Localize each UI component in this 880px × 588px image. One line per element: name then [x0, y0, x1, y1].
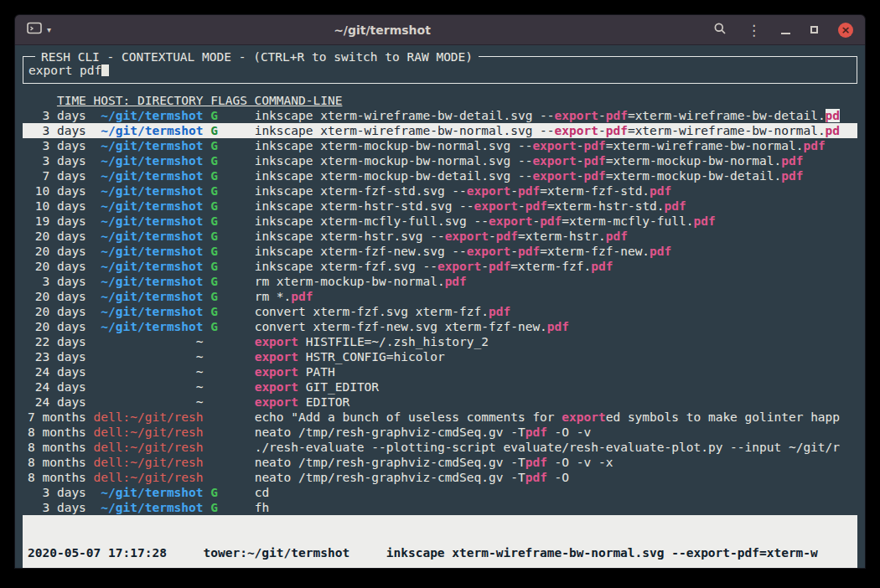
row-command: cd	[255, 486, 269, 499]
row-command: inkscape xterm-wireframe-bw-normal.svg -…	[255, 124, 840, 137]
restore-icon[interactable]	[810, 26, 818, 34]
row-host: dell:~/git/resh	[94, 471, 204, 484]
row-time: 22 days	[28, 335, 86, 348]
row-command: inkscape xterm-hstr-std.svg --export-pdf…	[255, 199, 686, 213]
history-row[interactable]: 8 months dell:~/git/resh neato /tmp/resh…	[28, 470, 852, 485]
history-row[interactable]: 24 days ~ export EDITOR	[28, 395, 852, 410]
search-box[interactable]: RESH CLI - CONTEXTUAL MODE - (CTRL+R to …	[23, 56, 857, 84]
history-row[interactable]: 19 days ~/git/termshot G inkscape xterm-…	[28, 214, 852, 229]
row-flags: G	[210, 260, 247, 273]
command-segment: pdf	[525, 199, 547, 213]
search-icon[interactable]	[713, 22, 727, 39]
history-row[interactable]: 7 months dell:~/git/resh echo "Add a bun…	[28, 410, 852, 425]
command-segment: pdf	[518, 184, 540, 198]
row-time: 10 days	[28, 199, 86, 213]
history-row[interactable]: 8 months dell:~/git/resh neato /tmp/resh…	[28, 425, 852, 440]
history-row[interactable]: 20 days ~/git/termshot G rm *.pdf	[28, 289, 852, 304]
history-row[interactable]: 22 days ~ export HISTFILE=~/.zsh_history…	[28, 334, 852, 349]
row-host: ~/git/termshot	[94, 230, 204, 243]
command-segment: =xterm-mcfly-full.	[562, 214, 693, 228]
row-flags	[210, 410, 247, 424]
search-input[interactable]: export pdf	[28, 63, 852, 78]
row-host: ~/git/termshot	[94, 184, 204, 198]
command-segment: inkscape xterm-mockup-bw-normal.svg --	[255, 139, 533, 152]
row-flags: G	[210, 154, 247, 168]
command-segment: ./resh-evaluate --plotting-script evalua…	[255, 441, 840, 454]
row-command: neato /tmp/resh-graphviz-cmdSeq.gv -Tpdf…	[255, 471, 569, 484]
history-row[interactable]: 3 days ~/git/termshot G cd	[28, 485, 852, 500]
row-time: 8 months	[28, 426, 86, 439]
history-row[interactable]: 20 days ~/git/termshot G convert xterm-f…	[28, 319, 852, 334]
header-text: TIME HOST: DIRECTORY FLAGS COMMAND-LINE	[57, 94, 342, 107]
command-segment: =xterm-mockup-bw-detail.	[606, 169, 782, 183]
row-flags: G	[210, 139, 247, 152]
history-row[interactable]: 20 days ~/git/termshot G inkscape xterm-…	[28, 244, 852, 259]
row-host: ~/git/termshot	[94, 320, 204, 333]
command-segment: inkscape xterm-mockup-bw-normal.svg --	[255, 154, 533, 168]
row-host: ~/git/termshot	[94, 139, 204, 152]
row-flags	[210, 441, 247, 454]
text-cursor	[101, 64, 109, 76]
command-segment: -	[510, 184, 518, 198]
command-segment: export	[437, 260, 481, 273]
history-row[interactable]: 3 days ~/git/termshot G fh	[28, 500, 852, 515]
row-flags: G	[210, 275, 247, 288]
command-segment: pdf	[584, 139, 606, 152]
history-row[interactable]: 24 days ~ export GIT_EDITOR	[28, 379, 852, 395]
terminal-icon	[27, 22, 42, 38]
row-flags: G	[210, 109, 247, 122]
row-host: dell:~/git/resh	[94, 441, 204, 454]
row-host: ~	[94, 350, 204, 364]
history-row[interactable]: 3 days ~/git/termshot G inkscape xterm-m…	[28, 138, 852, 153]
history-row[interactable]: 3 days ~/git/termshot G inkscape xterm-m…	[28, 153, 852, 168]
titlebar: ▾ ~/git/termshot ⋮ ×	[15, 15, 865, 45]
command-segment: inkscape xterm-mcfly-full.svg --	[255, 214, 489, 228]
history-row[interactable]: 3 days ~/git/termshot G inkscape xterm-w…	[28, 108, 852, 123]
command-segment: export	[255, 380, 298, 394]
row-time: 20 days	[28, 245, 86, 258]
row-command: export HISTFILE=~/.zsh_history_2	[255, 335, 489, 348]
close-button[interactable]: ×	[838, 23, 853, 38]
command-segment: pdf	[584, 169, 606, 183]
row-command: convert xterm-fzf-new.svg xterm-fzf-new.…	[255, 320, 569, 333]
row-time: 3 days	[28, 501, 86, 514]
command-segment: inkscape xterm-mockup-bw-detail.svg --	[255, 169, 533, 183]
command-segment: -	[510, 245, 518, 258]
command-segment: export	[467, 184, 510, 198]
history-row[interactable]: 20 days ~/git/termshot G inkscape xterm-…	[28, 259, 852, 274]
history-row[interactable]: 24 days ~ export PATH	[28, 364, 852, 379]
command-segment: pdf	[665, 199, 686, 213]
profile-dropdown-button[interactable]: ▾	[27, 22, 51, 38]
command-segment: pdf	[781, 154, 803, 168]
row-time: 3 days	[28, 139, 86, 152]
history-row[interactable]: 20 days ~/git/termshot G convert xterm-f…	[28, 304, 852, 319]
history-row[interactable]: 10 days ~/git/termshot G inkscape xterm-…	[28, 199, 852, 214]
history-row[interactable]: 8 months dell:~/git/resh neato /tmp/resh…	[28, 455, 852, 470]
row-command: rm xterm-mockup-bw-normal.pdf	[255, 275, 467, 288]
menu-kebab-icon[interactable]: ⋮	[747, 23, 761, 37]
minimize-icon[interactable]	[781, 25, 790, 34]
history-row[interactable]: 8 months dell:~/git/resh ./resh-evaluate…	[28, 440, 852, 455]
command-segment: pd	[826, 124, 840, 137]
history-rows: 3 days ~/git/termshot G inkscape xterm-w…	[28, 108, 852, 515]
row-time: 8 months	[28, 456, 86, 469]
history-row-selected[interactable]: 3 days ~/git/termshot G inkscape xterm-w…	[23, 123, 857, 138]
selected-entry-detail: 2020-05-07 17:17:28 tower:~/git/termshot…	[23, 515, 857, 568]
command-segment: pdf	[650, 184, 671, 198]
command-segment: -	[577, 154, 584, 168]
command-segment: export	[255, 350, 298, 364]
command-segment: pdf	[540, 214, 562, 228]
command-segment: export	[255, 395, 298, 409]
history-row[interactable]: 3 days ~/git/termshot G rm xterm-mockup-…	[28, 274, 852, 289]
history-row[interactable]: 20 days ~/git/termshot G inkscape xterm-…	[28, 229, 852, 244]
command-segment: HSTR_CONFIG=hicolor	[298, 350, 445, 364]
row-command: fh	[255, 501, 269, 514]
history-row[interactable]: 23 days ~ export HSTR_CONFIG=hicolor	[28, 349, 852, 364]
row-flags: G	[210, 169, 247, 183]
history-row[interactable]: 7 days ~/git/termshot G inkscape xterm-m…	[28, 168, 852, 183]
row-time: 10 days	[28, 184, 86, 198]
command-segment: export	[467, 245, 510, 258]
row-time: 3 days	[28, 124, 86, 137]
row-host: ~/git/termshot	[94, 305, 204, 318]
history-row[interactable]: 10 days ~/git/termshot G inkscape xterm-…	[28, 183, 852, 199]
